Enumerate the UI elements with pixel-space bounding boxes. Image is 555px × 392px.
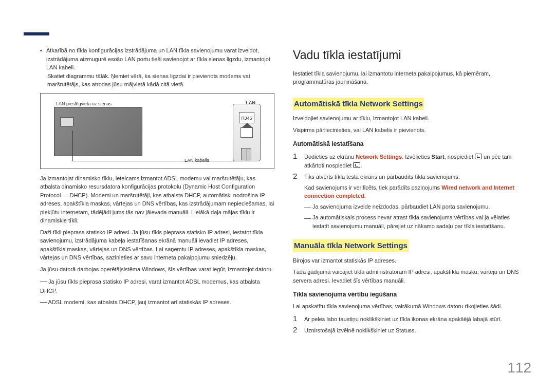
bullet-dot: • <box>40 46 46 72</box>
dash-icon: ― <box>304 213 312 230</box>
body-text: Ja savienojuma izveide neizdodas, pārbau… <box>312 202 490 213</box>
step-number: 2 <box>293 325 304 335</box>
body-text: Izveidojiet savienojumu ar tīklu, izmant… <box>293 114 527 123</box>
body-text: Tādā gadījumā vaicājiet tīkla administra… <box>293 268 527 285</box>
left-column: • Atkarībā no tīkla konfigurācijas izstr… <box>40 46 274 337</box>
body-text: Atkarībā no tīkla konfigurācijas izstrād… <box>46 46 274 72</box>
diagram-wall-label: LAN pieslēgvieta uz sienas <box>56 101 112 108</box>
dash-icon: ― <box>40 298 47 306</box>
subsection-heading-highlight: Manuāla tīkla Network Settings <box>293 239 409 252</box>
step-number: 1 <box>293 314 304 324</box>
step-number: 1 <box>293 152 304 170</box>
bullet-item: • Atkarībā no tīkla konfigurācijas izstr… <box>40 46 274 89</box>
step-item: 1 Dodieties uz ekrānu Network Settings. … <box>293 152 527 170</box>
page-number: 112 <box>507 357 531 379</box>
body-text: Ja izmantojat dinamisko tīklu, ieteicams… <box>40 174 274 225</box>
diagram-cable-line <box>72 130 242 161</box>
body-text: Daži tīkli pieprasa statisko IP adresi. … <box>40 228 274 262</box>
diagram-rj45-label: RJ45 <box>239 112 254 123</box>
header-accent <box>24 32 49 35</box>
body-text: Ja jūsu tīkls pieprasa statisko IP adres… <box>40 278 260 294</box>
dash-item: ― ADSL modemi, kas atbalsta DHCP, ļauj i… <box>40 297 274 307</box>
body-text: , nospiediet <box>445 154 475 160</box>
dash-item: ― Ja jūsu tīkls pieprasa statisko IP adr… <box>40 276 274 295</box>
body-text: Dodieties uz ekrānu <box>304 154 356 160</box>
diagram-wall-port <box>60 117 73 126</box>
body-text: Uznirstošajā izvēlnē noklikšķiniet uz St… <box>304 325 527 335</box>
keyword: Start <box>432 154 445 160</box>
diagram-modem-icon <box>241 148 251 160</box>
dash-icon: ― <box>304 202 312 213</box>
body-text: Ar peles labo taustiņu noklikšķiniet uz … <box>304 314 527 324</box>
step-body: Tiks atvērts tīkla testa ekrāns un pārba… <box>304 172 527 181</box>
diagram-cable-line <box>247 149 247 161</box>
page-body: • Atkarībā no tīkla konfigurācijas izstr… <box>0 0 555 352</box>
section-heading: Vadu tīkla iestatījumi <box>293 46 527 64</box>
body-text: ADSL modemi, kas atbalsta DHCP, ļauj izm… <box>48 299 231 305</box>
step-number: 2 <box>293 172 304 181</box>
topic-heading: Automātiskā iestatīšana <box>293 139 527 148</box>
subsection-heading-highlight: Automātiskā tīkla Network Settings <box>293 98 424 110</box>
lan-diagram: LAN pieslēgvieta uz sienas LAN RJ45 LAN … <box>40 93 274 169</box>
keyword: Network Settings <box>356 154 402 160</box>
step-item: 2 Uznirstošajā izvēlnē noklikšķiniet uz … <box>293 325 527 335</box>
body-text: Ja automātiskais process nevar atrast tī… <box>312 213 527 230</box>
diagram-lan-label: LAN <box>246 100 256 107</box>
body-text: Skatiet diagrammu tālāk. Ņemiet vērā, ka… <box>47 72 274 89</box>
diagram-house-icon <box>240 127 253 138</box>
body-text: Lai apskatītu tīkla savienojuma vērtības… <box>293 302 527 311</box>
step-item: 2 Tiks atvērts tīkla testa ekrāns un pār… <box>293 172 527 181</box>
body-text: Iestatiet tīkla savienojumu, lai izmanto… <box>293 69 527 86</box>
body-text: Kad savienojums ir verificēts, tiek parā… <box>304 184 441 191</box>
body-text: Ja jūsu datorā darbojas operētājsistēma … <box>40 265 274 274</box>
enter-key-icon <box>353 162 360 168</box>
dash-list: ― Ja savienojuma izveide neizdodas, pārb… <box>304 202 527 231</box>
body-text: Vispirms pārliecinieties, vai LAN kabeli… <box>293 126 527 135</box>
right-column: Vadu tīkla iestatījumi Iestatiet tīkla s… <box>293 46 527 337</box>
body-text: Birojos var izmantot statiskās IP adrese… <box>293 256 527 265</box>
dash-icon: ― <box>40 277 47 285</box>
body-text: . Izvēlieties <box>402 154 431 160</box>
step-subtext: Kad savienojums ir verificēts, tiek parā… <box>304 183 527 200</box>
enter-key-icon <box>475 154 482 159</box>
body-text: . <box>360 162 362 169</box>
topic-heading: Tīkla savienojuma vērtību iegūšana <box>293 290 527 299</box>
step-item: 1 Ar peles labo taustiņu noklikšķiniet u… <box>293 314 527 324</box>
step-body: Dodieties uz ekrānu Network Settings. Iz… <box>304 152 527 170</box>
body-text: Tiks atvērts tīkla testa ekrāns un pārba… <box>304 174 460 180</box>
diagram-cable-label: LAN kabelis <box>184 157 209 164</box>
